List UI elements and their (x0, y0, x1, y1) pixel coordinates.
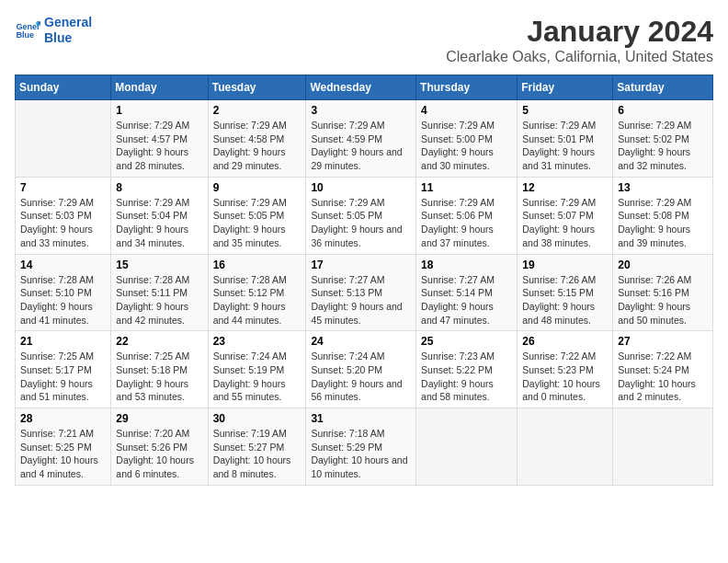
sunset-text: Sunset: 5:27 PM (213, 442, 285, 453)
day-number: 3 (311, 104, 411, 117)
day-number: 18 (421, 259, 512, 271)
sunrise-text: Sunrise: 7:29 AM (421, 120, 495, 131)
sunrise-text: Sunrise: 7:29 AM (311, 197, 384, 208)
sunset-text: Sunset: 5:00 PM (421, 133, 493, 144)
daylight-text: Daylight: 9 hours and 53 minutes. (116, 378, 188, 403)
sunrise-text: Sunrise: 7:29 AM (421, 197, 495, 208)
day-number: 20 (618, 259, 708, 271)
day-info: Sunrise: 7:26 AM Sunset: 5:15 PM Dayligh… (522, 273, 608, 327)
daylight-text: Daylight: 9 hours and 32 minutes. (618, 146, 690, 171)
calendar-cell: 19 Sunrise: 7:26 AM Sunset: 5:15 PM Dayl… (518, 254, 613, 331)
sunrise-text: Sunrise: 7:27 AM (421, 274, 495, 285)
sunset-text: Sunset: 4:57 PM (116, 133, 188, 144)
calendar-cell: 18 Sunrise: 7:27 AM Sunset: 5:14 PM Dayl… (416, 254, 518, 331)
day-number: 1 (116, 104, 202, 117)
day-number: 21 (20, 335, 106, 348)
day-number: 7 (20, 181, 106, 194)
sunset-text: Sunset: 5:05 PM (213, 210, 285, 221)
sunset-text: Sunset: 5:14 PM (421, 287, 493, 298)
day-number: 23 (213, 335, 301, 348)
sunrise-text: Sunrise: 7:29 AM (311, 120, 384, 131)
main-title: January 2024 (446, 15, 713, 49)
day-info: Sunrise: 7:20 AM Sunset: 5:26 PM Dayligh… (116, 427, 202, 481)
day-info: Sunrise: 7:22 AM Sunset: 5:23 PM Dayligh… (522, 350, 608, 404)
day-number: 25 (421, 335, 512, 348)
calendar-cell (613, 408, 713, 486)
daylight-text: Daylight: 9 hours and 48 minutes. (522, 301, 595, 326)
sunset-text: Sunset: 4:59 PM (311, 133, 382, 144)
calendar-cell: 17 Sunrise: 7:27 AM Sunset: 5:13 PM Dayl… (306, 254, 416, 331)
daylight-text: Daylight: 9 hours and 50 minutes. (618, 301, 690, 326)
sunrise-text: Sunrise: 7:29 AM (618, 197, 691, 208)
calendar-week-row: 28 Sunrise: 7:21 AM Sunset: 5:25 PM Dayl… (16, 408, 713, 486)
sunrise-text: Sunrise: 7:29 AM (618, 120, 691, 131)
day-info: Sunrise: 7:19 AM Sunset: 5:27 PM Dayligh… (213, 427, 301, 481)
day-info: Sunrise: 7:25 AM Sunset: 5:17 PM Dayligh… (20, 350, 106, 404)
calendar-cell: 29 Sunrise: 7:20 AM Sunset: 5:26 PM Dayl… (111, 408, 208, 486)
day-info: Sunrise: 7:29 AM Sunset: 4:58 PM Dayligh… (213, 119, 301, 173)
day-number: 11 (421, 181, 512, 194)
sunset-text: Sunset: 5:20 PM (311, 364, 382, 375)
calendar-cell: 14 Sunrise: 7:28 AM Sunset: 5:10 PM Dayl… (16, 254, 111, 331)
daylight-text: Daylight: 9 hours and 33 minutes. (20, 224, 93, 248)
daylight-text: Daylight: 9 hours and 51 minutes. (20, 378, 93, 403)
day-number: 15 (116, 259, 202, 271)
sunrise-text: Sunrise: 7:26 AM (618, 274, 691, 285)
day-number: 5 (522, 104, 608, 117)
daylight-text: Daylight: 9 hours and 29 minutes. (213, 146, 286, 171)
calendar-week-row: 7 Sunrise: 7:29 AM Sunset: 5:03 PM Dayli… (16, 177, 713, 254)
calendar-cell: 10 Sunrise: 7:29 AM Sunset: 5:05 PM Dayl… (306, 177, 416, 254)
sunrise-text: Sunrise: 7:29 AM (213, 120, 287, 131)
calendar-week-row: 21 Sunrise: 7:25 AM Sunset: 5:17 PM Dayl… (16, 331, 713, 408)
calendar-cell: 22 Sunrise: 7:25 AM Sunset: 5:18 PM Dayl… (111, 331, 208, 408)
sunset-text: Sunset: 5:29 PM (311, 442, 382, 453)
day-number: 9 (213, 181, 301, 194)
sunset-text: Sunset: 5:19 PM (213, 364, 285, 375)
daylight-text: Daylight: 9 hours and 56 minutes. (311, 378, 402, 403)
daylight-text: Daylight: 10 hours and 10 minutes. (311, 454, 407, 479)
calendar-cell: 11 Sunrise: 7:29 AM Sunset: 5:06 PM Dayl… (416, 177, 518, 254)
sunset-text: Sunset: 5:03 PM (20, 210, 92, 221)
weekday-header-cell: Friday (518, 75, 613, 100)
calendar-cell: 3 Sunrise: 7:29 AM Sunset: 4:59 PM Dayli… (306, 100, 416, 178)
sunrise-text: Sunrise: 7:22 AM (618, 350, 691, 362)
day-info: Sunrise: 7:29 AM Sunset: 5:00 PM Dayligh… (421, 119, 512, 173)
calendar-cell: 7 Sunrise: 7:29 AM Sunset: 5:03 PM Dayli… (16, 177, 111, 254)
sunset-text: Sunset: 5:10 PM (20, 287, 92, 298)
day-number: 6 (618, 104, 708, 117)
sunrise-text: Sunrise: 7:19 AM (213, 428, 287, 439)
title-section: January 2024 Clearlake Oaks, California,… (446, 15, 713, 65)
daylight-text: Daylight: 9 hours and 55 minutes. (213, 378, 286, 403)
day-info: Sunrise: 7:28 AM Sunset: 5:10 PM Dayligh… (20, 273, 106, 327)
sunrise-text: Sunrise: 7:28 AM (20, 274, 94, 285)
sunrise-text: Sunrise: 7:24 AM (213, 350, 287, 362)
daylight-text: Daylight: 9 hours and 29 minutes. (311, 146, 402, 171)
day-number: 4 (421, 104, 512, 117)
weekday-header-cell: Monday (111, 75, 208, 100)
day-info: Sunrise: 7:25 AM Sunset: 5:18 PM Dayligh… (116, 350, 202, 404)
calendar-cell: 30 Sunrise: 7:19 AM Sunset: 5:27 PM Dayl… (208, 408, 306, 486)
day-number: 28 (20, 412, 106, 425)
day-number: 2 (213, 104, 301, 117)
day-info: Sunrise: 7:29 AM Sunset: 5:02 PM Dayligh… (618, 119, 708, 173)
calendar-cell: 21 Sunrise: 7:25 AM Sunset: 5:17 PM Dayl… (16, 331, 111, 408)
daylight-text: Daylight: 9 hours and 45 minutes. (311, 301, 402, 326)
calendar-cell: 23 Sunrise: 7:24 AM Sunset: 5:19 PM Dayl… (208, 331, 306, 408)
sunset-text: Sunset: 5:25 PM (20, 442, 92, 453)
calendar-cell: 28 Sunrise: 7:21 AM Sunset: 5:25 PM Dayl… (16, 408, 111, 486)
sunrise-text: Sunrise: 7:29 AM (522, 120, 596, 131)
sunset-text: Sunset: 5:06 PM (421, 210, 493, 221)
sunrise-text: Sunrise: 7:24 AM (311, 350, 384, 362)
daylight-text: Daylight: 9 hours and 44 minutes. (213, 301, 286, 326)
day-number: 14 (20, 259, 106, 271)
sunrise-text: Sunrise: 7:29 AM (116, 197, 189, 208)
sunset-text: Sunset: 5:18 PM (116, 364, 188, 375)
sunset-text: Sunset: 5:11 PM (116, 287, 188, 298)
day-info: Sunrise: 7:23 AM Sunset: 5:22 PM Dayligh… (421, 350, 512, 404)
sunset-text: Sunset: 5:05 PM (311, 210, 382, 221)
calendar-cell: 4 Sunrise: 7:29 AM Sunset: 5:00 PM Dayli… (416, 100, 518, 178)
sunset-text: Sunset: 5:17 PM (20, 364, 92, 375)
sunrise-text: Sunrise: 7:29 AM (116, 120, 189, 131)
daylight-text: Daylight: 10 hours and 4 minutes. (20, 454, 98, 479)
day-number: 31 (311, 412, 411, 425)
